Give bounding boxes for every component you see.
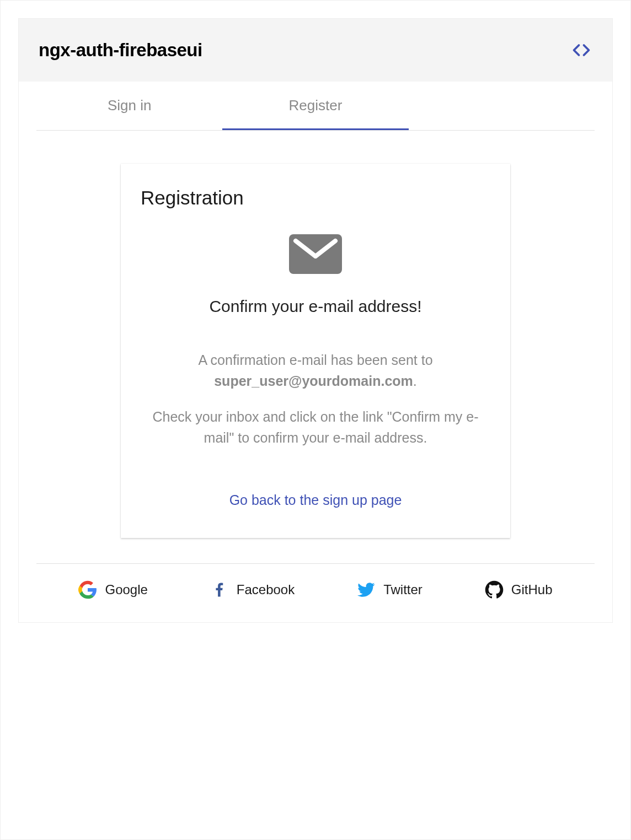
sent-email: super_user@yourdomain.com <box>214 373 413 389</box>
provider-label: GitHub <box>511 582 553 597</box>
registration-card: Registration Confirm your e-mail address… <box>121 164 510 538</box>
auth-panel: ngx-auth-firebaseui Sign in Register Reg… <box>18 18 613 623</box>
mail-icon <box>288 266 343 276</box>
confirm-heading: Confirm your e-mail address! <box>141 297 490 316</box>
go-back-link[interactable]: Go back to the sign up page <box>141 492 490 508</box>
google-icon <box>78 580 97 599</box>
github-provider-button[interactable]: GitHub <box>485 580 553 599</box>
twitter-icon <box>357 580 376 599</box>
tab-register[interactable]: Register <box>222 82 408 130</box>
panel-title: ngx-auth-firebaseui <box>39 40 202 61</box>
github-icon <box>485 580 504 599</box>
twitter-provider-button[interactable]: Twitter <box>357 580 423 599</box>
facebook-provider-button[interactable]: Facebook <box>210 580 295 599</box>
tab-signin[interactable]: Sign in <box>36 82 222 130</box>
tab-signin-label: Sign in <box>108 97 152 114</box>
tabs: Sign in Register <box>36 82 595 131</box>
sent-prefix: A confirmation e-mail has been sent to <box>198 352 432 368</box>
provider-label: Facebook <box>237 582 295 597</box>
code-icon[interactable] <box>570 42 592 58</box>
facebook-icon <box>210 580 229 599</box>
confirmation-sent-text: A confirmation e-mail has been sent to s… <box>141 350 490 391</box>
mail-icon-wrap <box>141 234 490 276</box>
instructions-text: Check your inbox and click on the link "… <box>141 407 490 448</box>
panel-header: ngx-auth-firebaseui <box>19 19 612 82</box>
auth-providers-bar: Google Facebook Twitter <box>36 563 595 605</box>
sent-period: . <box>413 373 417 389</box>
provider-label: Twitter <box>383 582 423 597</box>
google-provider-button[interactable]: Google <box>78 580 147 599</box>
card-title: Registration <box>141 187 490 209</box>
content-wrap: Registration Confirm your e-mail address… <box>19 131 612 553</box>
provider-label: Google <box>105 582 147 597</box>
tab-register-label: Register <box>289 97 343 114</box>
